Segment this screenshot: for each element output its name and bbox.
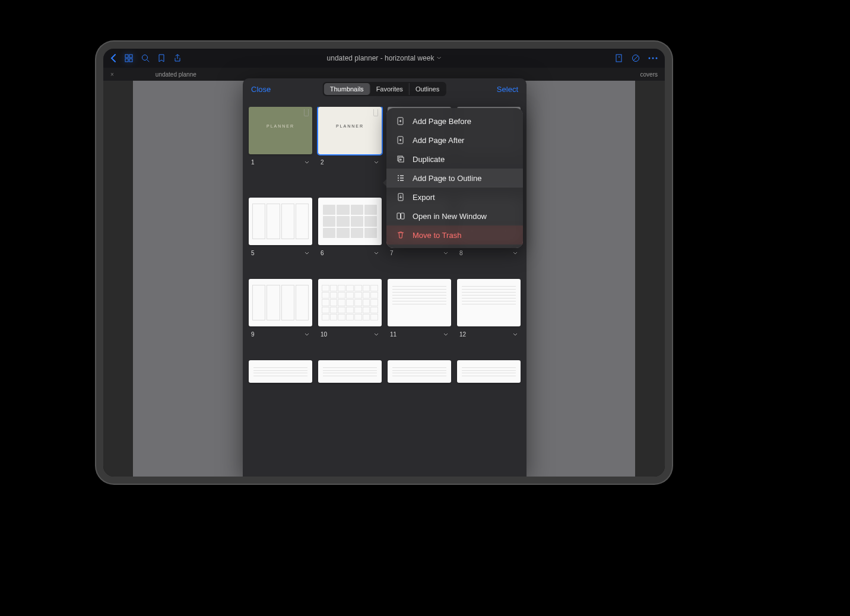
svg-point-9 bbox=[656, 58, 658, 59]
svg-point-7 bbox=[649, 58, 651, 59]
menu-add-page-after[interactable]: Add Page After bbox=[386, 131, 523, 150]
document-title[interactable]: undated planner - horizontal week bbox=[327, 54, 442, 62]
page-thumbnail[interactable] bbox=[249, 198, 312, 245]
page-thumbnail[interactable] bbox=[457, 279, 521, 326]
grid-icon[interactable] bbox=[125, 54, 133, 62]
page-thumbnail[interactable] bbox=[388, 360, 451, 383]
doc-plus-after-icon bbox=[396, 135, 405, 145]
new-window-icon bbox=[396, 211, 405, 221]
page-context-menu: Add Page Before Add Page After Duplicate… bbox=[386, 108, 523, 248]
svg-rect-16 bbox=[401, 213, 405, 219]
tab-label[interactable]: undated planne bbox=[156, 71, 196, 78]
svg-rect-3 bbox=[129, 59, 132, 62]
search-icon[interactable] bbox=[141, 54, 150, 62]
annotate-icon[interactable] bbox=[632, 54, 640, 62]
tab-extra: covers bbox=[640, 71, 658, 78]
svg-rect-15 bbox=[397, 213, 401, 219]
page-number[interactable]: 2 bbox=[318, 154, 382, 172]
svg-rect-2 bbox=[125, 59, 128, 62]
svg-point-4 bbox=[142, 55, 148, 61]
page-thumbnail[interactable] bbox=[249, 279, 312, 326]
svg-rect-5 bbox=[616, 55, 621, 62]
page-thumbnail[interactable]: PLANNER bbox=[249, 107, 312, 154]
duplicate-icon bbox=[396, 154, 405, 164]
page-thumbnail[interactable] bbox=[318, 198, 382, 245]
page-thumbnail[interactable] bbox=[249, 360, 312, 383]
page-thumbnail[interactable] bbox=[318, 279, 382, 326]
menu-open-new-window[interactable]: Open in New Window bbox=[386, 207, 523, 226]
share-icon[interactable] bbox=[173, 54, 182, 62]
close-button[interactable]: Close bbox=[251, 85, 271, 94]
trash-icon bbox=[396, 230, 405, 240]
select-button[interactable]: Select bbox=[497, 85, 518, 94]
svg-rect-0 bbox=[125, 55, 128, 58]
screen: undated planner - horizontal week × unda… bbox=[103, 49, 665, 477]
back-icon[interactable] bbox=[110, 54, 116, 62]
page-thumbnail[interactable] bbox=[388, 279, 451, 326]
segment-favorites[interactable]: Favorites bbox=[370, 83, 410, 95]
menu-duplicate[interactable]: Duplicate bbox=[386, 150, 523, 169]
more-icon[interactable] bbox=[648, 57, 658, 59]
tablet-frame: undated planner - horizontal week × unda… bbox=[96, 42, 672, 484]
page-thumbnail[interactable]: PLANNER bbox=[318, 107, 382, 154]
new-page-icon[interactable] bbox=[615, 54, 623, 62]
segment-thumbnails[interactable]: Thumbnails bbox=[324, 83, 370, 95]
menu-add-to-outline[interactable]: Add Page to Outline bbox=[386, 169, 523, 188]
export-icon bbox=[396, 192, 405, 202]
list-icon bbox=[396, 173, 405, 183]
view-segmented-control[interactable]: Thumbnails Favorites Outlines bbox=[323, 82, 446, 96]
close-tab-icon[interactable]: × bbox=[110, 71, 114, 78]
app-toolbar: undated planner - horizontal week bbox=[103, 49, 665, 68]
page-thumbnail[interactable] bbox=[457, 360, 521, 383]
menu-move-to-trash[interactable]: Move to Trash bbox=[386, 226, 523, 245]
segment-outlines[interactable]: Outlines bbox=[410, 83, 445, 95]
menu-export[interactable]: Export bbox=[386, 188, 523, 207]
menu-add-page-before[interactable]: Add Page Before bbox=[386, 112, 523, 131]
page-thumbnail[interactable] bbox=[318, 360, 382, 383]
sheet-header: Close Thumbnails Favorites Outlines Sele… bbox=[243, 78, 527, 100]
bookmark-icon[interactable] bbox=[158, 54, 165, 62]
page-number[interactable]: 1 bbox=[249, 154, 312, 172]
doc-plus-before-icon bbox=[396, 116, 405, 126]
svg-rect-1 bbox=[129, 55, 132, 58]
svg-point-8 bbox=[652, 58, 654, 59]
